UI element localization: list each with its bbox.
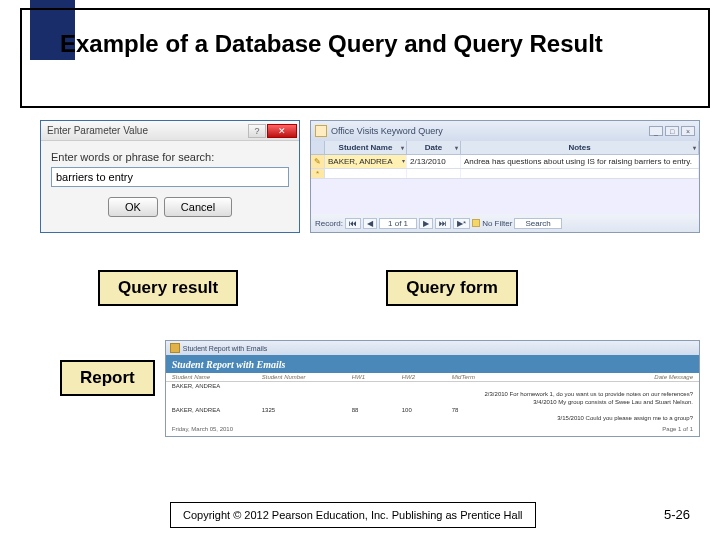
report-window: Student Report with Emails Student Repor…: [165, 340, 700, 437]
slide-number: 5-26: [664, 507, 690, 522]
chevron-down-icon: ▾: [401, 144, 404, 151]
callout-report: Report: [60, 360, 155, 396]
nav-first-icon[interactable]: ⏮: [345, 218, 361, 229]
chevron-down-icon: ▾: [455, 144, 458, 151]
nav-position[interactable]: 1 of 1: [379, 218, 417, 229]
new-record-row[interactable]: *: [311, 169, 699, 179]
help-icon[interactable]: ?: [248, 124, 266, 138]
top-panels-row: Enter Parameter Value ? ✕ Enter words or…: [40, 120, 700, 233]
datasheet-column-headers: Student Name▾ Date▾ Notes▾: [311, 141, 699, 155]
dialog-titlebar: Enter Parameter Value ? ✕: [41, 121, 299, 141]
report-header-row: Student Name Student Number HW1 HW2 MidT…: [166, 373, 699, 382]
query-datasheet-window: Office Visits Keyword Query _ □ × Studen…: [310, 120, 700, 233]
datasheet-tabbar: Office Visits Keyword Query _ □ ×: [311, 121, 699, 141]
window-close-icon[interactable]: ×: [681, 126, 695, 136]
cell-student-name[interactable]: BAKER, ANDREA▾: [325, 155, 407, 168]
record-navigator: Record: ⏮ ◀ 1 of 1 ▶ ⏭ ▶* No Filter Sear…: [311, 214, 699, 232]
report-title: Student Report with Emails: [166, 355, 699, 373]
report-note-3: 3/15/2010 Could you please assign me to …: [166, 414, 699, 422]
new-record-icon: *: [311, 169, 325, 178]
report-date-printed: Friday, March 05, 2010: [172, 426, 233, 432]
report-tab-label[interactable]: Student Report with Emails: [183, 345, 267, 352]
copyright-footer: Copyright © 2012 Pearson Education, Inc.…: [170, 502, 536, 528]
filter-icon: [472, 219, 480, 227]
report-page-number: Page 1 of 1: [662, 426, 693, 432]
rh-student-number: Student Number: [262, 374, 352, 380]
slide-title: Example of a Database Query and Query Re…: [60, 30, 603, 59]
dialog-prompt-label: Enter words or phrase for search:: [51, 151, 289, 163]
cell-notes[interactable]: Andrea has questions about using IS for …: [461, 155, 699, 168]
close-icon[interactable]: ✕: [267, 124, 297, 138]
data-row[interactable]: ✎ BAKER, ANDREA▾ 2/13/2010 Andrea has qu…: [311, 155, 699, 169]
nav-prev-icon[interactable]: ◀: [363, 218, 377, 229]
dialog-title: Enter Parameter Value: [47, 125, 247, 136]
ok-button[interactable]: OK: [108, 197, 158, 217]
window-maximize-icon[interactable]: □: [665, 126, 679, 136]
rh-date-message: Date Message: [532, 374, 693, 380]
column-date[interactable]: Date▾: [407, 141, 461, 154]
column-student-name[interactable]: Student Name▾: [325, 141, 407, 154]
window-minimize-icon[interactable]: _: [649, 126, 663, 136]
nav-next-icon[interactable]: ▶: [419, 218, 433, 229]
cell-date[interactable]: 2/13/2010: [407, 155, 461, 168]
report-row: Report Student Report with Emails Studen…: [60, 340, 700, 437]
report-note-2: 3/4/2010 My group consists of Swee Lau a…: [166, 398, 699, 406]
query-icon: [315, 125, 327, 137]
report-footer: Friday, March 05, 2010 Page 1 of 1: [166, 422, 699, 436]
parameter-dialog: Enter Parameter Value ? ✕ Enter words or…: [40, 120, 300, 233]
callout-query-form: Query form: [386, 270, 518, 306]
chevron-down-icon: ▾: [693, 144, 696, 151]
nav-new-icon[interactable]: ▶*: [453, 218, 470, 229]
cancel-button[interactable]: Cancel: [164, 197, 232, 217]
dialog-body: Enter words or phrase for search: OK Can…: [41, 141, 299, 227]
nav-search-box[interactable]: Search: [514, 218, 561, 229]
select-all-corner[interactable]: [311, 141, 325, 154]
rh-midterm: MidTerm: [452, 374, 532, 380]
nav-last-icon[interactable]: ⏭: [435, 218, 451, 229]
report-data-row: BAKER, ANDREA 1325 88 100 78: [166, 406, 699, 414]
nav-filter[interactable]: No Filter: [472, 219, 512, 228]
report-note-1: 2/3/2010 For homework 1, do you want us …: [166, 390, 699, 398]
chevron-down-icon: ▾: [402, 157, 405, 164]
callout-query-result: Query result: [98, 270, 238, 306]
rh-student-name: Student Name: [172, 374, 262, 380]
row-selector-icon[interactable]: ✎: [311, 155, 325, 168]
nav-label: Record:: [315, 219, 343, 228]
report-tabbar: Student Report with Emails: [166, 341, 699, 355]
report-group-header: BAKER, ANDREA: [166, 382, 699, 390]
rh-hw2: HW2: [402, 374, 452, 380]
report-icon: [170, 343, 180, 353]
column-notes[interactable]: Notes▾: [461, 141, 699, 154]
datasheet-tab-label[interactable]: Office Visits Keyword Query: [331, 126, 443, 136]
parameter-input[interactable]: [51, 167, 289, 187]
rh-hw1: HW1: [352, 374, 402, 380]
